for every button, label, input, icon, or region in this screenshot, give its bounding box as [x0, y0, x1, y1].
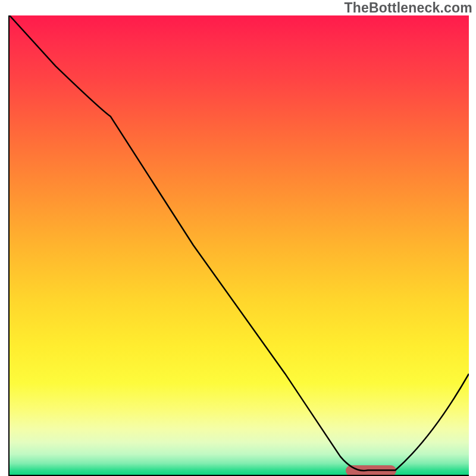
attribution-text: TheBottleneck.com: [344, 0, 472, 16]
bottleneck-curve: [10, 15, 469, 475]
chart-container: TheBottleneck.com: [0, 0, 476, 476]
plot-area: [8, 15, 469, 476]
